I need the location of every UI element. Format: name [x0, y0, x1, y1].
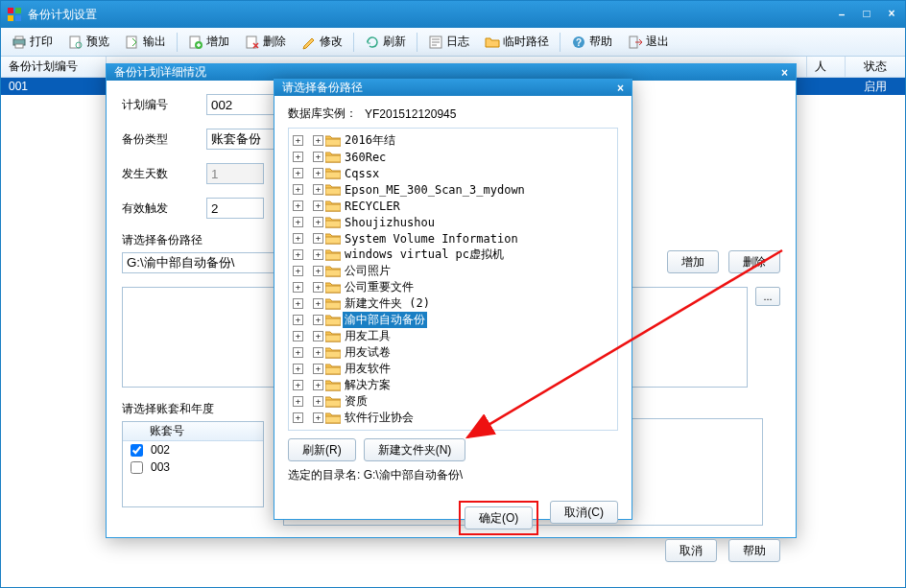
folder-icon	[325, 134, 341, 148]
detail-help-button[interactable]: 帮助	[728, 539, 780, 562]
collapse-icon[interactable]: +	[313, 298, 323, 309]
collapse-icon[interactable]: +	[293, 282, 303, 293]
tree-node[interactable]: ++RECYCLER	[291, 198, 615, 214]
tree-node[interactable]: ++公司重要文件	[291, 279, 615, 295]
select-path-close-icon[interactable]: ×	[617, 82, 624, 95]
col-person: 人	[807, 57, 846, 77]
instance-label: 数据库实例：	[288, 106, 357, 122]
collapse-icon[interactable]: +	[313, 412, 323, 423]
folder-icon	[325, 314, 341, 327]
account-checkbox[interactable]	[131, 461, 143, 474]
tree-node[interactable]: ++软件行业协会	[291, 410, 615, 426]
tree-refresh-button[interactable]: 刷新(R)	[288, 438, 356, 461]
tree-node[interactable]: ++Cqssx	[291, 165, 615, 181]
collapse-icon[interactable]: +	[293, 266, 303, 276]
help-button[interactable]: ?帮助	[564, 31, 619, 54]
path-delete-button[interactable]: 删除	[728, 250, 780, 273]
collapse-icon[interactable]: +	[293, 233, 303, 244]
help-icon: ?	[571, 35, 586, 50]
tree-node[interactable]: ++windows virtual pc虚拟机	[291, 247, 615, 263]
tree-node-label: 用友工具	[343, 328, 393, 344]
collapse-icon[interactable]: +	[293, 168, 303, 178]
collapse-icon[interactable]: +	[293, 135, 303, 146]
collapse-icon[interactable]: +	[293, 380, 303, 390]
collapse-icon[interactable]: +	[293, 298, 303, 309]
folder-icon	[325, 281, 341, 294]
delete-icon	[245, 35, 260, 50]
collapse-icon[interactable]: +	[313, 168, 323, 178]
collapse-icon[interactable]: +	[313, 315, 323, 325]
input-trigger[interactable]	[206, 198, 264, 219]
tree-node[interactable]: ++Shoujizhushou	[291, 214, 615, 230]
svg-rect-6	[15, 44, 23, 48]
path-add-button[interactable]: 增加	[667, 250, 719, 273]
new-folder-button[interactable]: 新建文件夹(N)	[364, 438, 466, 461]
collapse-icon[interactable]: +	[293, 364, 303, 374]
tree-node[interactable]: ++用友试卷	[291, 344, 615, 361]
tree-node[interactable]: ++用友软件	[291, 361, 615, 377]
tree-node[interactable]: ++System Volume Information	[291, 230, 615, 247]
maximize-button[interactable]: □	[859, 7, 874, 23]
detail-dialog-close-icon[interactable]: ×	[781, 66, 788, 80]
collapse-icon[interactable]: +	[313, 152, 323, 162]
print-button[interactable]: 打印	[5, 31, 60, 54]
collapse-icon[interactable]: +	[313, 184, 323, 195]
edit-button[interactable]: 修改	[295, 31, 349, 54]
tree-node-label: Shoujizhushou	[343, 216, 437, 229]
collapse-icon[interactable]: +	[293, 200, 303, 211]
add-button[interactable]: 增加	[181, 31, 236, 54]
tree-node[interactable]: ++360Rec	[291, 149, 615, 165]
collapse-icon[interactable]: +	[293, 249, 303, 260]
refresh-button[interactable]: 刷新	[358, 31, 413, 54]
collapse-icon[interactable]: +	[293, 217, 303, 227]
collapse-icon[interactable]: +	[313, 331, 323, 341]
tree-node[interactable]: ++渝中部自动备份	[291, 312, 615, 328]
collapse-icon[interactable]: +	[313, 249, 323, 260]
collapse-icon[interactable]: +	[293, 347, 303, 358]
export-button[interactable]: 输出	[118, 31, 173, 54]
temp-path-button[interactable]: 临时路径	[478, 31, 556, 54]
account-checkbox[interactable]	[131, 444, 143, 457]
svg-rect-9	[127, 36, 136, 48]
log-button[interactable]: 日志	[421, 31, 476, 54]
minimize-button[interactable]: －	[834, 7, 849, 23]
log-icon	[428, 35, 443, 50]
tree-node[interactable]: ++Epson_ME_300_Scan_3_mydown	[291, 181, 615, 198]
collapse-icon[interactable]: +	[313, 347, 323, 358]
collapse-icon[interactable]: +	[313, 200, 323, 211]
account-item[interactable]: 003	[123, 459, 263, 476]
detail-cancel-button[interactable]: 取消	[665, 539, 717, 562]
tree-node-label: 公司重要文件	[343, 279, 416, 295]
collapse-icon[interactable]: +	[313, 282, 323, 293]
preview-button[interactable]: 预览	[61, 31, 116, 54]
collapse-icon[interactable]: +	[313, 135, 323, 146]
collapse-icon[interactable]: +	[313, 233, 323, 244]
select-path-titlebar: 请选择备份路径 ×	[274, 80, 632, 96]
delete-button[interactable]: 删除	[238, 31, 293, 54]
collapse-icon[interactable]: +	[313, 217, 323, 227]
tree-node[interactable]: ++资质	[291, 393, 615, 410]
collapse-icon[interactable]: +	[313, 396, 323, 407]
collapse-icon[interactable]: +	[313, 266, 323, 276]
folder-icon	[325, 412, 341, 425]
folder-tree[interactable]: ++2016年结++360Rec++Cqssx++Epson_ME_300_Sc…	[288, 128, 618, 431]
collapse-icon[interactable]: +	[313, 364, 323, 374]
collapse-icon[interactable]: +	[293, 152, 303, 162]
tree-node[interactable]: ++2016年结	[291, 132, 615, 149]
tree-node[interactable]: ++解决方案	[291, 377, 615, 393]
account-item[interactable]: 002	[123, 441, 263, 459]
ok-button[interactable]: 确定(O)	[465, 506, 533, 529]
collapse-icon[interactable]: +	[293, 331, 303, 341]
tree-node[interactable]: ++公司照片	[291, 263, 615, 279]
collapse-icon[interactable]: +	[293, 396, 303, 407]
collapse-icon[interactable]: +	[293, 315, 303, 325]
cancel-button[interactable]: 取消(C)	[550, 501, 618, 524]
collapse-icon[interactable]: +	[293, 184, 303, 195]
tree-node[interactable]: ++用友工具	[291, 328, 615, 344]
collapse-icon[interactable]: +	[313, 380, 323, 390]
exit-button[interactable]: 退出	[621, 31, 676, 54]
tree-node[interactable]: ++新建文件夹 (2)	[291, 295, 615, 312]
close-button[interactable]: ×	[884, 7, 899, 23]
browse-button[interactable]: ...	[755, 287, 780, 306]
collapse-icon[interactable]: +	[293, 412, 303, 423]
